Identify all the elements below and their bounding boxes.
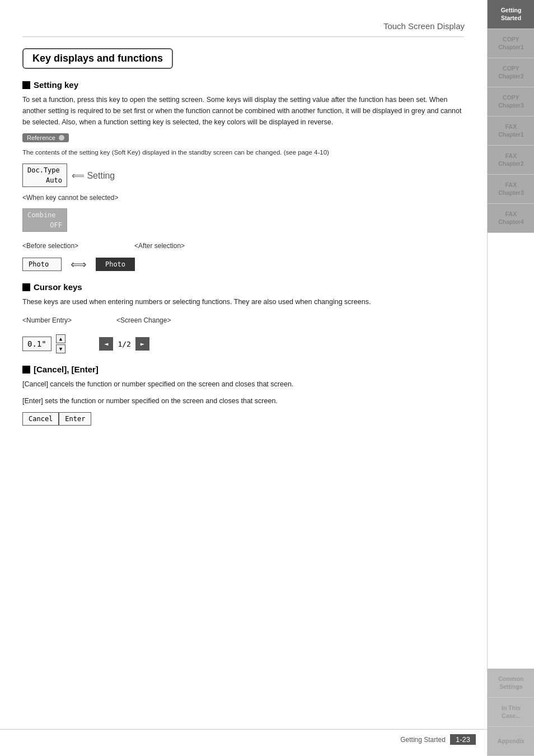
sidebar-tab-fax3[interactable]: FAXChapter3	[488, 175, 534, 204]
sidebar-tab-fax2[interactable]: FAXChapter2	[488, 146, 534, 175]
sidebar-tab-label: FAXChapter4	[498, 211, 524, 226]
footer-label: Getting Started	[400, 736, 446, 744]
sidebar-tab-label: COPYChapter1	[498, 36, 524, 51]
sidebar-tab-fax1[interactable]: FAXChapter1	[488, 116, 534, 146]
doc-key-top: Doc.Type	[23, 165, 67, 175]
photo-key-before: Photo	[22, 258, 62, 271]
sidebar-tab-appendix[interactable]: Appendix	[488, 727, 534, 756]
cursor-illustrations: 0.1" ▲ ▼ ◄ 1/2 ►	[22, 334, 465, 353]
cancel-body: [Cancel] cancels the function or number …	[22, 379, 465, 390]
combine-key-bottom: OFF	[23, 220, 67, 230]
down-arrow-btn: ▼	[56, 344, 65, 353]
up-down-arrows: ▲ ▼	[56, 334, 65, 353]
reference-circle-icon	[59, 135, 64, 141]
combine-key: Combine OFF	[22, 208, 67, 232]
cannot-select-caption: <When key cannot be selected>	[22, 194, 465, 202]
header-title: Touch Screen Display	[383, 21, 465, 31]
number-entry-illustration: 0.1" ▲ ▼	[22, 334, 65, 353]
screen-change-illustration: ◄ 1/2 ►	[99, 337, 149, 351]
footer-page-number: 1-23	[450, 734, 476, 745]
setting-key-heading: Setting key	[22, 80, 465, 90]
cursor-captions: <Number Entry> <Screen Change>	[22, 313, 465, 328]
sidebar-tab-label: GettingStarted	[501, 7, 522, 22]
main-content: Touch Screen Display Key displays and fu…	[0, 0, 487, 756]
section-title-box: Key displays and functions	[22, 48, 173, 69]
screen-change-caption: <Screen Change>	[116, 316, 171, 324]
double-arrow-icon: ⟺	[71, 258, 87, 271]
enter-body: [Enter] sets the function or number spec…	[22, 395, 465, 407]
page-header: Touch Screen Display	[22, 11, 465, 37]
combine-key-illustration: Combine OFF	[22, 208, 465, 232]
sidebar-tab-label: FAXChapter3	[498, 181, 524, 197]
selection-row: Photo ⟺ Photo	[22, 258, 465, 271]
after-caption: <After selection>	[134, 242, 185, 250]
reference-note: The contents of the setting key (Soft Ke…	[22, 149, 465, 156]
setting-arrow: ⟸ Setting	[72, 170, 115, 181]
cursor-keys-heading: Cursor keys	[22, 282, 465, 292]
combine-key-top: Combine	[23, 210, 67, 220]
heading-square-icon-3	[22, 366, 30, 374]
page-number-display: 1/2	[118, 340, 130, 348]
left-nav-btn: ◄	[99, 337, 113, 351]
doc-type-key: Doc.Type Auto	[22, 164, 67, 187]
sidebar: GettingStarted COPYChapter1 COPYChapter2…	[487, 0, 534, 756]
sidebar-tab-label: Appendix	[498, 738, 524, 745]
sidebar-tab-label: COPYChapter3	[498, 94, 524, 109]
sidebar-tab-label: FAXChapter2	[498, 152, 524, 167]
cursor-keys-body: These keys are used when entering number…	[22, 296, 465, 307]
sidebar-tab-getting-started[interactable]: GettingStarted	[488, 0, 534, 29]
cancel-enter-keys: Cancel Enter	[22, 412, 465, 426]
before-after-captions: <Before selection> <After selection>	[22, 239, 465, 253]
section-title: Key displays and functions	[32, 53, 163, 64]
up-arrow-btn: ▲	[56, 334, 65, 343]
reference-badge: Reference	[22, 133, 69, 142]
right-nav-btn: ►	[135, 337, 149, 351]
sidebar-tab-copy2[interactable]: COPYChapter2	[488, 58, 534, 87]
num-display: 0.1"	[22, 337, 51, 351]
cancel-enter-section: [Cancel], [Enter] [Cancel] cancels the f…	[22, 365, 465, 426]
setting-key-body: To set a function, press this key to ope…	[22, 94, 465, 128]
sidebar-tab-fax4[interactable]: FAXChapter4	[488, 204, 534, 233]
cancel-key: Cancel	[22, 412, 59, 426]
sidebar-tab-label: In ThisCase...	[502, 704, 521, 720]
heading-square-icon	[22, 81, 30, 89]
sidebar-tab-copy1[interactable]: COPYChapter1	[488, 29, 534, 58]
before-caption: <Before selection>	[22, 242, 78, 250]
number-entry-caption: <Number Entry>	[22, 316, 72, 324]
sidebar-tab-inthiscase[interactable]: In ThisCase...	[488, 698, 534, 727]
sidebar-tab-copy3[interactable]: COPYChapter3	[488, 87, 534, 116]
cancel-enter-heading: [Cancel], [Enter]	[22, 365, 465, 374]
sidebar-tab-common[interactable]: CommonSettings	[488, 669, 534, 698]
reference-label: Reference	[27, 134, 55, 141]
doc-key-bottom: Auto	[23, 175, 67, 185]
page-footer: Getting Started 1-23	[0, 729, 487, 745]
doc-type-key-illustration: Doc.Type Auto ⟸ Setting	[22, 164, 465, 187]
sidebar-tab-label: FAXChapter1	[498, 123, 524, 138]
cursor-keys-section: Cursor keys These keys are used when ent…	[22, 282, 465, 353]
sidebar-tab-label: CommonSettings	[498, 675, 524, 690]
page: Touch Screen Display Key displays and fu…	[0, 0, 534, 756]
sidebar-tab-label: COPYChapter2	[498, 65, 524, 80]
heading-square-icon-2	[22, 283, 30, 291]
photo-key-after: Photo	[96, 258, 135, 271]
enter-key: Enter	[59, 412, 91, 426]
